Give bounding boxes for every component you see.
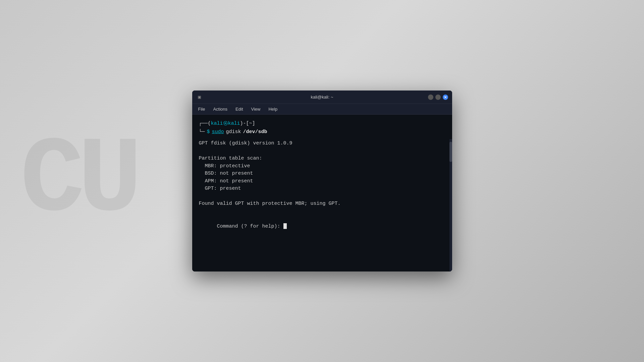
prompt-dir: ~ — [249, 120, 252, 128]
output-line-8: Found valid GPT with protective MBR; usi… — [199, 200, 445, 208]
menu-help[interactable]: Help — [265, 105, 281, 113]
command-prompt-text: Command (? for help): — [217, 224, 283, 229]
scrollbar-track[interactable] — [449, 139, 452, 272]
window-title: kali@kali: ~ — [311, 95, 333, 100]
close-icon — [444, 96, 447, 99]
cmd-sudo: sudo — [212, 128, 224, 136]
terminal-window: ▣ kali@kali: ~ File Actions Edit View He… — [192, 90, 452, 272]
output-line-2: Partition table scan: — [199, 155, 445, 163]
output-line-4: BSD: not present — [199, 170, 445, 178]
output-line-9 — [199, 208, 445, 216]
output-line-7 — [199, 193, 445, 200]
prompt-host: kali — [228, 120, 240, 128]
watermark-text: CU — [20, 127, 136, 235]
scrollbar-thumb[interactable] — [449, 142, 452, 162]
menu-view[interactable]: View — [248, 105, 264, 113]
menu-actions[interactable]: Actions — [210, 105, 231, 113]
prompt-line-2: └─ $ sudo gdisk /dev/sdb — [199, 128, 445, 136]
close-button[interactable] — [443, 95, 448, 100]
prompt-arrow: └─ — [199, 128, 205, 136]
window-controls — [428, 95, 448, 100]
minimize-button[interactable] — [428, 95, 433, 100]
output-line-5: APM: not present — [199, 178, 445, 185]
output-line-3: MBR: protective — [199, 163, 445, 170]
close-bracket: )-[ — [240, 120, 249, 128]
cmd-gdisk: gdisk — [226, 128, 241, 136]
prompt-dollar: $ — [207, 128, 210, 136]
terminal-icon: ▣ — [196, 94, 203, 101]
maximize-button[interactable] — [435, 95, 441, 100]
menu-edit[interactable]: Edit — [232, 105, 246, 113]
output-line-6: GPT: present — [199, 185, 445, 193]
command-prompt-line[interactable]: Command (? for help): — [199, 215, 445, 238]
open-bracket: ┌──( — [199, 120, 211, 128]
prompt-at: ㉿ — [223, 120, 228, 128]
terminal-cursor — [283, 223, 287, 229]
output-line-1 — [199, 147, 445, 155]
prompt-line-1: ┌──( kali ㉿ kali )-[ ~ ] — [199, 120, 445, 128]
cmd-path: /dev/sdb — [243, 128, 267, 136]
menu-file[interactable]: File — [195, 105, 209, 113]
prompt-user: kali — [211, 120, 223, 128]
title-bar-left: ▣ — [196, 94, 203, 101]
dir-close: ] — [252, 120, 255, 128]
output-line-0: GPT fdisk (gdisk) version 1.0.9 — [199, 140, 445, 147]
title-bar: ▣ kali@kali: ~ — [192, 90, 452, 104]
menu-bar: File Actions Edit View Help — [192, 104, 452, 115]
terminal-content[interactable]: ┌──( kali ㉿ kali )-[ ~ ] └─ $ sudo gdisk… — [192, 115, 452, 272]
